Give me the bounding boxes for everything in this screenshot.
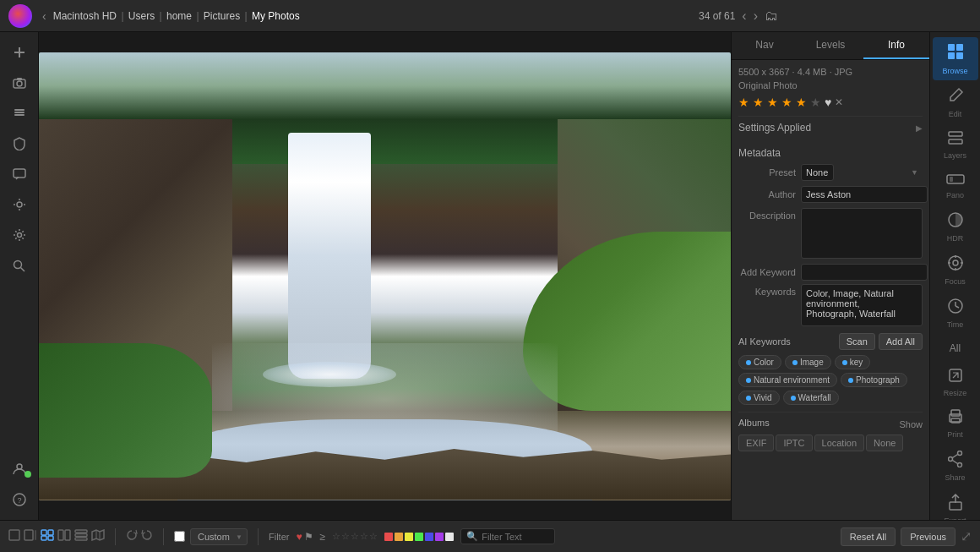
tag-color[interactable]: Color xyxy=(738,355,781,369)
filter-star-2[interactable]: ☆ xyxy=(341,531,350,542)
swatch-white[interactable] xyxy=(445,533,454,541)
star-4[interactable]: ★ xyxy=(781,96,792,109)
pano-tool[interactable]: Pano xyxy=(933,167,978,205)
gear-sidebar-icon[interactable] xyxy=(4,221,35,249)
user-sidebar-icon[interactable] xyxy=(4,456,35,483)
top-bar: ‹ Macintosh HD | Users | home | Pictures… xyxy=(0,0,980,32)
tag-photograph[interactable]: Photograph xyxy=(841,373,907,387)
photo-label: Original Photo xyxy=(738,80,923,90)
reset-all-button[interactable]: Reset All xyxy=(841,527,896,546)
layers-sidebar-icon[interactable] xyxy=(4,100,35,127)
tag-waterfall[interactable]: Waterfall xyxy=(783,391,839,405)
tab-exif[interactable]: EXIF xyxy=(738,434,774,451)
app-logo[interactable] xyxy=(8,4,32,28)
rotate-cw-icon[interactable] xyxy=(141,529,153,544)
breadcrumb-item[interactable]: Macintosh HD xyxy=(53,10,117,22)
breadcrumb-item[interactable]: Pictures xyxy=(204,10,240,22)
tab-levels[interactable]: Levels xyxy=(798,32,863,59)
custom-select[interactable]: Custom xyxy=(190,528,248,545)
tag-natural-environment[interactable]: Natural environment xyxy=(738,373,837,387)
filter-flag-icon[interactable]: ⚑ xyxy=(304,531,313,543)
tag-vivid[interactable]: Vivid xyxy=(738,391,780,405)
star-2[interactable]: ★ xyxy=(753,96,764,109)
swatch-yellow[interactable] xyxy=(405,533,413,541)
svg-point-9 xyxy=(17,202,22,207)
tab-nav[interactable]: Nav xyxy=(732,32,798,59)
layers-tool[interactable]: Layers xyxy=(933,125,978,165)
separator-3 xyxy=(258,528,259,545)
filter-compare-icon: ≥ xyxy=(320,531,326,543)
author-input[interactable] xyxy=(801,186,928,203)
shield-sidebar-icon[interactable] xyxy=(4,130,35,157)
view-filmstrip-icon[interactable] xyxy=(24,529,37,544)
custom-checkbox[interactable] xyxy=(174,531,185,542)
add-sidebar-icon[interactable] xyxy=(4,39,35,66)
resize-tool[interactable]: Resize xyxy=(933,363,978,402)
export-tool[interactable]: Export xyxy=(933,489,978,520)
view-single-icon[interactable] xyxy=(8,529,20,544)
view-map-icon[interactable] xyxy=(91,529,105,544)
next-photo-btn[interactable]: › xyxy=(754,8,758,24)
rotate-ccw-icon[interactable] xyxy=(126,529,138,544)
all-tool[interactable]: All xyxy=(933,337,978,361)
view-grid-icon[interactable] xyxy=(41,529,54,544)
tag-image[interactable]: Image xyxy=(785,355,831,369)
view-compare-icon[interactable] xyxy=(57,529,71,544)
add-keyword-input[interactable] xyxy=(801,264,928,281)
swatch-blue[interactable] xyxy=(425,533,433,541)
time-tool[interactable]: Time xyxy=(933,292,978,334)
view-list-icon[interactable] xyxy=(74,529,88,544)
filter-text-input[interactable] xyxy=(482,532,549,542)
previous-button[interactable]: Previous xyxy=(901,527,956,546)
breadcrumb-item[interactable]: Users xyxy=(128,10,155,22)
print-tool[interactable]: Print xyxy=(933,404,978,444)
metadata-section: Metadata Preset None Author xyxy=(738,142,923,326)
message-sidebar-icon[interactable] xyxy=(4,161,35,188)
search-sidebar-icon[interactable] xyxy=(4,252,35,279)
tag-key[interactable]: key xyxy=(835,355,871,369)
folder-icon[interactable]: 🗂 xyxy=(765,8,778,24)
add-all-button[interactable]: Add All xyxy=(879,333,923,350)
ai-keyword-buttons: Scan Add All xyxy=(839,333,923,350)
swatch-orange[interactable] xyxy=(395,533,403,541)
star-3[interactable]: ★ xyxy=(767,96,778,109)
star-5[interactable]: ★ xyxy=(796,96,807,109)
star-6[interactable]: ★ xyxy=(810,96,821,109)
tag-dot xyxy=(746,378,751,383)
swatch-purple[interactable] xyxy=(435,533,444,541)
filter-star-3[interactable]: ☆ xyxy=(351,531,359,542)
filter-icons: ♥ ⚑ xyxy=(296,531,313,543)
tab-iptc[interactable]: IPTC xyxy=(776,434,812,451)
settings-section-header[interactable]: Settings Applied ▶ xyxy=(738,116,923,139)
swatch-green[interactable] xyxy=(415,533,423,541)
prev-photo-btn[interactable]: ‹ xyxy=(742,8,746,24)
filter-star-1[interactable]: ☆ xyxy=(332,531,340,542)
filter-star-5[interactable]: ☆ xyxy=(369,531,378,542)
hdr-tool[interactable]: HDR xyxy=(933,206,978,248)
tab-info[interactable]: Info xyxy=(863,32,929,59)
scan-button[interactable]: Scan xyxy=(839,333,875,350)
photo-viewer xyxy=(39,32,731,520)
tab-none[interactable]: None xyxy=(866,434,903,451)
swatch-red[interactable] xyxy=(384,533,393,541)
expand-icon[interactable]: ⤢ xyxy=(961,528,972,544)
star-1[interactable]: ★ xyxy=(738,96,749,109)
favorite-icon[interactable]: ♥ xyxy=(825,96,831,109)
camera-sidebar-icon[interactable] xyxy=(4,69,35,96)
back-arrow[interactable]: ‹ xyxy=(39,8,50,25)
keywords-box[interactable]: Color, Image, Natural environment,Photog… xyxy=(801,284,923,326)
filter-star-4[interactable]: ☆ xyxy=(360,531,368,542)
edit-tool[interactable]: Edit xyxy=(933,82,978,123)
effects-sidebar-icon[interactable] xyxy=(4,191,35,218)
description-input[interactable] xyxy=(801,208,923,259)
help-sidebar-icon[interactable]: ? xyxy=(4,486,35,513)
filter-heart-icon[interactable]: ♥ xyxy=(296,531,302,543)
tab-location[interactable]: Location xyxy=(814,434,865,451)
share-tool[interactable]: Share xyxy=(933,445,978,487)
reject-icon[interactable]: ✕ xyxy=(835,96,843,108)
svg-point-15 xyxy=(14,260,22,268)
focus-tool[interactable]: Focus xyxy=(933,249,978,291)
breadcrumb-item[interactable]: home xyxy=(166,10,192,22)
preset-select[interactable]: None xyxy=(801,164,834,181)
browse-tool[interactable]: Browse xyxy=(933,37,978,80)
